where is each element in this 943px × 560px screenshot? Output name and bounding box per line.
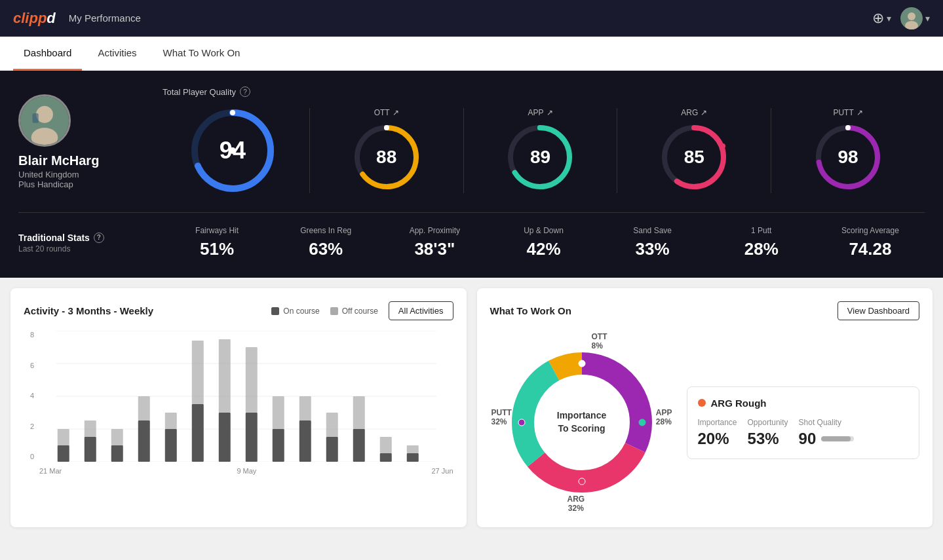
app-label: APP ↗ (528, 108, 552, 117)
opportunity-value: 53% (748, 430, 779, 448)
stat-fairways-value: 51% (200, 239, 234, 259)
info-card-dot-icon (698, 399, 706, 407)
info-card: ARG Rough Importance 20% Opportunity 53%… (687, 386, 920, 459)
trad-sublabel: Last 20 rounds (18, 244, 163, 253)
svg-rect-51 (353, 396, 365, 429)
putt-gauge-circle: 98 (812, 121, 884, 193)
svg-rect-47 (299, 396, 311, 420)
app-score: 89 (530, 147, 550, 168)
svg-rect-32 (111, 445, 123, 462)
svg-rect-40 (219, 413, 231, 462)
opportunity-stat: Opportunity 53% (748, 418, 788, 448)
stat-scoring-value: 74.28 (849, 239, 891, 259)
stat-1putt-value: 28% (744, 239, 779, 259)
stat-updown-label: Up & Down (524, 226, 564, 235)
shot-quality-stat: Shot Quality 90 (799, 418, 855, 448)
player-info: Blair McHarg United Kingdom Plus Handica… (18, 94, 163, 189)
svg-rect-34 (138, 420, 150, 462)
svg-point-19 (720, 143, 725, 149)
view-dashboard-button[interactable]: View Dashboard (837, 301, 919, 320)
all-activities-button[interactable]: All Activities (389, 301, 453, 320)
avatar (900, 7, 923, 29)
tab-what-to-work-on[interactable]: What To Work On (153, 37, 251, 71)
stats-section: Blair McHarg United Kingdom Plus Handica… (0, 71, 943, 278)
app-gauge-circle: 89 (504, 121, 576, 193)
svg-rect-46 (299, 420, 311, 462)
putt-segment-label: PUTT 32% (491, 408, 512, 426)
svg-rect-6 (33, 113, 39, 122)
info-card-stats: Importance 20% Opportunity 53% Shot Qual… (698, 418, 909, 448)
y-axis: 0 2 4 6 8 (24, 331, 34, 462)
svg-rect-50 (353, 429, 365, 462)
tab-activities[interactable]: Activities (87, 37, 147, 71)
ott-gauge-circle: 88 (351, 121, 423, 193)
svg-rect-41 (219, 339, 231, 413)
stat-greens-value: 63% (309, 239, 343, 259)
arg-gauge: ARG ↗ 85 (617, 108, 771, 193)
ott-label: OTT ↗ (374, 108, 399, 117)
importance-label: Importance (698, 418, 737, 427)
svg-rect-44 (273, 429, 284, 462)
svg-rect-31 (85, 420, 96, 437)
help-icon[interactable]: ? (240, 86, 250, 97)
svg-point-4 (36, 105, 53, 122)
plus-circle-icon: ⊕ (872, 10, 884, 27)
stat-app-label: App. Proximity (410, 226, 460, 235)
add-chevron-icon: ▾ (887, 13, 891, 24)
info-card-title: ARG Rough (698, 398, 909, 409)
stat-fairways-label: Fairways Hit (195, 226, 239, 235)
add-button[interactable]: ⊕ ▾ (872, 10, 891, 27)
user-avatar-button[interactable]: ▾ (900, 7, 930, 29)
stat-greens-in-reg: Greens In Reg 63% (271, 226, 380, 259)
svg-point-10 (230, 110, 235, 115)
shot-quality-label: Shot Quality (799, 418, 841, 427)
stat-updown-value: 42% (526, 239, 560, 259)
stat-greens-label: Greens In Reg (300, 226, 351, 235)
stat-1putt-label: 1 Putt (751, 226, 771, 235)
main-gauge: 94 (163, 105, 309, 196)
legend-on-course: On course (271, 307, 319, 316)
arg-label: ARG ↗ (681, 108, 707, 117)
svg-rect-49 (326, 413, 338, 437)
putt-score: 98 (838, 147, 858, 168)
importance-stat: Importance 20% (698, 418, 737, 448)
svg-rect-55 (407, 445, 419, 453)
x-label-jun: 27 Jun (431, 467, 453, 475)
x-label-may: 9 May (237, 467, 256, 475)
opportunity-label: Opportunity (748, 418, 788, 427)
shot-quality-value: 90 (799, 430, 817, 448)
stat-scoring-label: Scoring Average (841, 226, 899, 235)
ott-segment-label: OTT 8% (592, 332, 607, 350)
quality-section: Total Player Quality ? 94 (163, 86, 925, 196)
trad-help-icon[interactable]: ? (94, 233, 104, 243)
bottom-panels: Activity - 3 Months - Weekly On course O… (0, 278, 943, 538)
on-course-legend-icon (271, 307, 279, 315)
stat-app-value: 38'3" (414, 239, 455, 259)
wtwo-title: What To Work On (490, 305, 571, 316)
player-quality-row: Blair McHarg United Kingdom Plus Handica… (18, 86, 925, 196)
svg-rect-52 (380, 453, 392, 462)
svg-rect-42 (246, 413, 258, 462)
stat-app-proximity: App. Proximity 38'3" (380, 226, 489, 259)
shot-quality-bar (821, 436, 854, 441)
stat-sand-save: Sand Save 33% (598, 226, 707, 259)
svg-rect-54 (407, 453, 419, 462)
tab-dashboard[interactable]: Dashboard (13, 37, 82, 71)
arg-score: 85 (684, 147, 704, 168)
stat-fairways-hit: Fairways Hit 51% (163, 226, 271, 259)
what-to-work-on-panel: What To Work On View Dashboard (477, 288, 933, 527)
putt-label: PUTT ↗ (833, 108, 862, 117)
activity-controls: On course Off course All Activities (271, 301, 453, 320)
wtwo-content: Importance To Scoring OTT 8% APP 28% ARG (490, 331, 920, 514)
player-handicap: Plus Handicap (18, 179, 73, 189)
ott-score: 88 (376, 147, 396, 168)
app-trend-icon: ↗ (547, 108, 553, 117)
traditional-stats-row: Traditional Stats ? Last 20 rounds Fairw… (18, 212, 925, 259)
header: clippd My Performance ⊕ ▾ ▾ (0, 0, 943, 37)
page-title: My Performance (69, 12, 141, 24)
svg-rect-48 (326, 437, 338, 462)
arg-segment-label: ARG 32% (568, 495, 585, 513)
svg-rect-36 (165, 429, 177, 462)
header-left: clippd My Performance (13, 10, 141, 27)
x-axis-labels: 21 Mar 9 May 27 Jun (39, 467, 453, 475)
